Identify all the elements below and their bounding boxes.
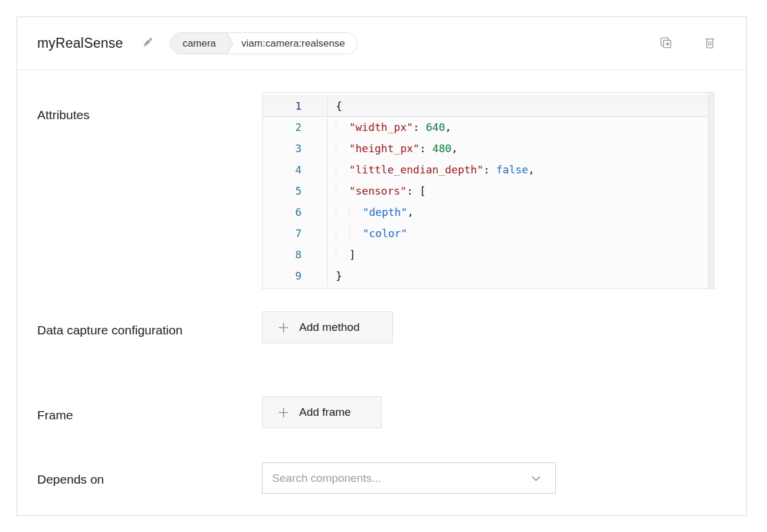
trash-icon bbox=[703, 35, 717, 52]
card-header: myRealSense camera viam:camera:realsense bbox=[17, 17, 746, 70]
code-lines: 1{2 "width_px": 640,3 "height_px": 480,4… bbox=[263, 93, 714, 287]
attributes-code-editor[interactable]: 1{2 "width_px": 640,3 "height_px": 480,4… bbox=[262, 92, 714, 289]
line-number: 1 bbox=[263, 96, 327, 117]
code-line-content: { bbox=[327, 96, 714, 117]
add-frame-label: Add frame bbox=[299, 406, 351, 419]
line-number: 8 bbox=[263, 244, 327, 265]
code-line-content: "width_px": 640, bbox=[327, 117, 714, 138]
frame-label: Frame bbox=[37, 405, 185, 425]
add-method-label: Add method bbox=[299, 321, 359, 334]
badge-chevron-icon bbox=[225, 33, 234, 54]
duplicate-icon bbox=[658, 35, 673, 52]
depends-on-select[interactable] bbox=[262, 462, 556, 494]
code-line-content: "height_px": 480, bbox=[327, 138, 714, 159]
badge-type-segment: camera bbox=[171, 33, 225, 54]
pencil-icon bbox=[140, 35, 155, 51]
component-name: myRealSense bbox=[37, 35, 123, 51]
edit-name-button[interactable] bbox=[140, 35, 155, 51]
code-line[interactable]: 2 "width_px": 640, bbox=[263, 117, 714, 138]
code-line-content: "little_endian_depth": false, bbox=[327, 159, 714, 180]
line-number: 2 bbox=[263, 117, 327, 138]
code-line-content: } bbox=[327, 265, 714, 287]
code-line[interactable]: 1{ bbox=[263, 96, 714, 117]
editor-scrollbar[interactable] bbox=[708, 93, 714, 288]
line-number: 4 bbox=[263, 159, 327, 180]
code-line[interactable]: 6 "depth", bbox=[263, 202, 714, 223]
code-line[interactable]: 9} bbox=[263, 265, 714, 287]
code-line-content: "color" bbox=[327, 223, 714, 244]
add-method-button[interactable]: Add method bbox=[262, 311, 393, 343]
depends-on-search-input[interactable] bbox=[262, 462, 556, 494]
line-number: 9 bbox=[263, 265, 327, 287]
code-line[interactable]: 3 "height_px": 480, bbox=[263, 138, 714, 159]
delete-button[interactable] bbox=[703, 35, 717, 52]
plus-icon bbox=[278, 322, 289, 333]
chevron-down-icon[interactable] bbox=[532, 473, 540, 484]
code-line-content: ] bbox=[327, 244, 714, 265]
depends-on-label: Depends on bbox=[37, 469, 185, 489]
attributes-label: Attributes bbox=[37, 105, 185, 124]
data-capture-label: Data capture configuration bbox=[37, 320, 185, 340]
plus-icon bbox=[278, 407, 289, 418]
line-number: 7 bbox=[263, 223, 327, 244]
duplicate-button[interactable] bbox=[658, 35, 673, 52]
code-line[interactable]: 8 ] bbox=[263, 244, 714, 265]
badge-model-segment: viam:camera:realsense bbox=[234, 33, 357, 54]
code-line-content: "depth", bbox=[327, 202, 714, 223]
component-config-card: myRealSense camera viam:camera:realsense bbox=[17, 17, 747, 516]
component-type-badge: camera viam:camera:realsense bbox=[170, 32, 357, 54]
line-number: 6 bbox=[263, 202, 327, 223]
code-line[interactable]: 5 "sensors": [ bbox=[263, 180, 714, 202]
code-line-content: "sensors": [ bbox=[327, 180, 714, 202]
line-number: 5 bbox=[263, 180, 327, 202]
code-line[interactable]: 4 "little_endian_depth": false, bbox=[263, 159, 714, 180]
code-line[interactable]: 7 "color" bbox=[263, 223, 714, 244]
line-number: 3 bbox=[263, 138, 327, 159]
add-frame-button[interactable]: Add frame bbox=[262, 396, 382, 428]
